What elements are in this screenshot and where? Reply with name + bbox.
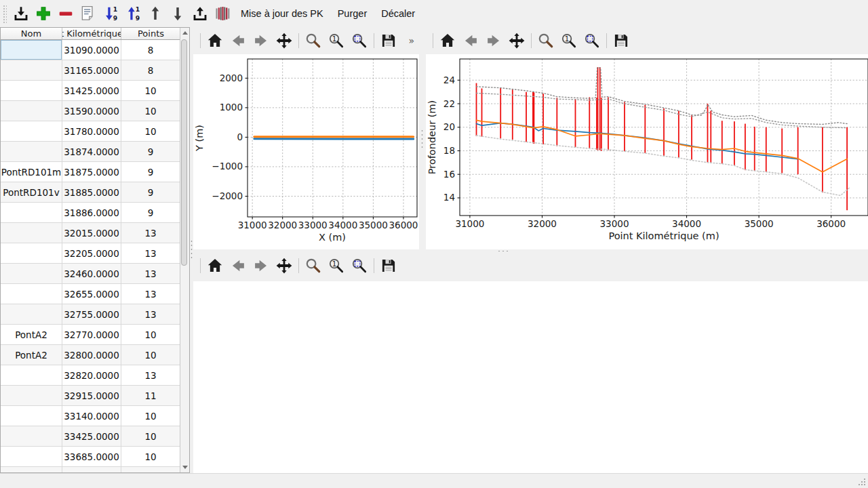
zoom-one-button[interactable]: 1 (326, 30, 347, 51)
table-cell-points[interactable]: 8 (121, 40, 180, 60)
back-button[interactable] (460, 30, 481, 51)
delete-section-button[interactable] (55, 3, 76, 24)
pan-button[interactable] (274, 256, 294, 276)
table-cell-points[interactable]: 10 (121, 447, 180, 467)
table-cell-pk[interactable]: 31875.0000 (62, 162, 121, 182)
table-cell-pk[interactable]: 32915.0000 (62, 386, 121, 406)
table-cell-pk[interactable]: 32800.0000 (62, 345, 121, 365)
table-cell-pk[interactable]: 31874.0000 (62, 142, 121, 162)
splitter-handle[interactable] (190, 241, 193, 258)
table-cell-pk[interactable]: 31425.0000 (62, 81, 121, 101)
table-cell-nom[interactable] (1, 426, 62, 447)
table-cell-nom[interactable] (1, 406, 62, 426)
table-cell-nom[interactable] (1, 223, 62, 243)
table-cell-points[interactable]: 10 (121, 345, 180, 365)
column-header-pk[interactable]: t Kilométrique (62, 28, 121, 39)
table-cell-nom[interactable] (1, 365, 62, 386)
toolbar-drag-handle[interactable] (2, 4, 7, 23)
zoom-rect-button[interactable] (349, 30, 370, 51)
import-button[interactable] (10, 3, 31, 24)
table-cell-nom[interactable] (1, 101, 62, 121)
table-cell-nom[interactable] (1, 264, 62, 284)
scrollbar-thumb[interactable] (181, 39, 187, 266)
table-cell-points[interactable]: 13 (121, 365, 180, 386)
toolbar-overflow-button[interactable]: » (408, 35, 414, 46)
table-cell-nom[interactable]: PontRD101m (1, 162, 62, 182)
update-pk-button[interactable]: Mise à jour des PK (235, 3, 330, 24)
table-cell-points[interactable]: 13 (121, 304, 180, 325)
table-cell-nom[interactable] (1, 467, 62, 472)
splitter-handle[interactable] (497, 249, 509, 253)
table-cell-pk[interactable] (62, 467, 121, 472)
table-cell-points[interactable]: 9 (121, 203, 180, 223)
table-cell-points[interactable]: 10 (121, 101, 180, 121)
cross-sections-button[interactable] (212, 3, 233, 24)
table-cell-pk[interactable]: 32770.0000 (62, 325, 121, 345)
zoom-rect-button[interactable] (349, 256, 370, 276)
table-cell-points[interactable]: 10 (121, 426, 180, 447)
table-cell-nom[interactable] (1, 386, 62, 406)
table-cell-points[interactable]: 13 (121, 223, 180, 243)
zoom-button[interactable] (303, 30, 323, 51)
table-cell-nom[interactable] (1, 284, 62, 304)
table-cell-pk[interactable]: 31886.0000 (62, 203, 121, 223)
table-cell-nom[interactable]: PontRD101v (1, 182, 62, 203)
move-down-button[interactable] (167, 3, 188, 24)
table-cell-nom[interactable] (1, 304, 62, 325)
save-button[interactable] (611, 30, 631, 51)
export-button[interactable] (189, 3, 210, 24)
back-button[interactable] (228, 256, 248, 276)
table-cell-pk[interactable]: 33140.0000 (62, 406, 121, 426)
home-button[interactable] (205, 30, 225, 51)
table-cell-points[interactable]: 10 (121, 81, 180, 101)
home-button[interactable] (437, 30, 458, 51)
table-cell-pk[interactable]: 31780.0000 (62, 121, 121, 142)
plan-plot-canvas[interactable]: 310003200033000340003500036000−2000−1000… (193, 54, 419, 249)
forward-button[interactable] (484, 30, 504, 51)
table-cell-points[interactable]: 10 (121, 406, 180, 426)
sort-descending-button[interactable]: 19 (122, 3, 143, 24)
zoom-button[interactable] (536, 30, 556, 51)
resize-grip[interactable] (857, 477, 867, 487)
table-cell-points[interactable]: 8 (121, 60, 180, 81)
back-button[interactable] (228, 30, 248, 51)
table-cell-points[interactable]: 10 (121, 121, 180, 142)
zoom-one-button[interactable]: 1 (326, 256, 347, 276)
table-cell-pk[interactable]: 32015.0000 (62, 223, 121, 243)
pan-button[interactable] (274, 30, 294, 51)
profile-plot-canvas[interactable]: 3100032000330003400035000360001416182022… (426, 54, 868, 249)
save-button[interactable] (378, 256, 399, 276)
table-cell-nom[interactable]: PontA2 (1, 325, 62, 345)
table-cell-nom[interactable] (1, 121, 62, 142)
table-cell-nom[interactable]: PontA2 (1, 345, 62, 365)
table-cell-pk[interactable]: 32655.0000 (62, 284, 121, 304)
sort-ascending-button[interactable]: 19 (100, 3, 121, 24)
zoom-rect-button[interactable] (582, 30, 602, 51)
table-cell-pk[interactable]: 31165.0000 (62, 60, 121, 81)
table-cell-points[interactable]: 9 (121, 162, 180, 182)
forward-button[interactable] (251, 256, 271, 276)
table-cell-nom[interactable] (1, 81, 62, 101)
table-cell-pk[interactable]: 31090.0000 (62, 40, 121, 60)
pan-button[interactable] (507, 30, 527, 51)
table-cell-nom[interactable] (1, 447, 62, 467)
table-cell-points[interactable]: 11 (121, 386, 180, 406)
table-cell-pk[interactable]: 31590.0000 (62, 101, 121, 121)
zoom-one-button[interactable]: 1 (559, 30, 579, 51)
table-cell-pk[interactable]: 33425.0000 (62, 426, 121, 447)
shift-button[interactable]: Décaler (375, 3, 421, 24)
empty-plot-canvas[interactable] (193, 281, 868, 473)
table-cell-nom[interactable] (1, 243, 62, 264)
table-cell-points[interactable] (121, 467, 180, 472)
table-cell-points[interactable]: 13 (121, 264, 180, 284)
table-cell-points[interactable]: 13 (121, 284, 180, 304)
table-cell-nom[interactable] (1, 203, 62, 223)
table-cell-points[interactable]: 9 (121, 182, 180, 203)
scroll-up-button[interactable] (180, 28, 189, 38)
zoom-button[interactable] (303, 256, 323, 276)
column-header-nom[interactable]: Nom (1, 28, 62, 39)
add-section-button[interactable] (33, 3, 54, 24)
table-cell-points[interactable]: 9 (121, 142, 180, 162)
scroll-down-button[interactable] (180, 462, 189, 472)
table-cell-nom[interactable] (1, 142, 62, 162)
